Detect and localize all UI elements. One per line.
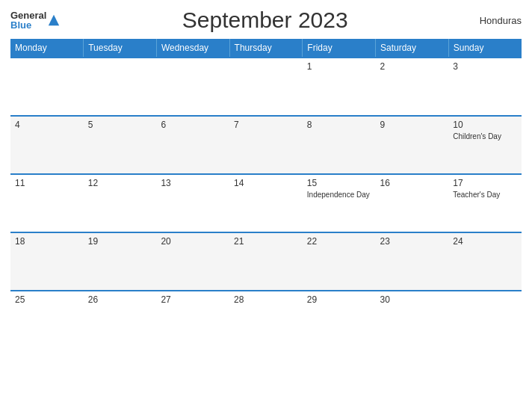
calendar-cell: 24: [448, 232, 522, 291]
calendar-cell: 3: [448, 58, 522, 116]
day-number: 14: [234, 178, 298, 188]
event-label: Independence Day: [307, 190, 371, 200]
calendar-cell: [448, 291, 522, 349]
country-label: Honduras: [469, 15, 522, 26]
calendar-row: 1112131415Independence Day1617Teacher's …: [10, 174, 522, 232]
calendar-cell: 10Children's Day: [448, 116, 522, 174]
day-number: 7: [234, 120, 298, 130]
day-number: 18: [15, 236, 79, 247]
day-number: 10: [453, 120, 517, 130]
calendar-cell: 20: [156, 232, 229, 291]
day-number: 16: [380, 178, 445, 188]
calendar-cell: 8: [303, 116, 376, 174]
calendar-row: 252627282930: [10, 291, 522, 349]
calendar-cell: 28: [229, 291, 303, 349]
day-number: 4: [15, 120, 79, 130]
calendar-cell: 7: [229, 116, 303, 174]
calendar-row: 45678910Children's Day: [10, 116, 522, 174]
header-friday: Friday: [303, 39, 376, 58]
event-label: Teacher's Day: [453, 190, 517, 200]
calendar-cell: 30: [376, 291, 449, 349]
calendar-cell: 6: [156, 116, 229, 174]
day-number: 17: [453, 178, 517, 188]
day-number: 1: [307, 61, 371, 72]
calendar-cell: 12: [84, 174, 157, 232]
calendar-cell: 11: [10, 174, 84, 232]
calendar-cell: 2: [376, 58, 449, 116]
day-number: 23: [380, 236, 445, 247]
header-wednesday: Wednesday: [156, 39, 229, 58]
header-tuesday: Tuesday: [84, 39, 157, 58]
calendar-cell: [156, 58, 229, 116]
day-number: 6: [161, 120, 225, 130]
header-saturday: Saturday: [376, 39, 449, 58]
calendar-cell: 1: [303, 58, 376, 116]
day-number: 15: [307, 178, 371, 188]
day-number: 29: [307, 294, 371, 305]
day-number: 28: [234, 294, 298, 305]
day-number: 25: [15, 294, 79, 305]
calendar-cell: 19: [84, 232, 157, 291]
calendar-cell: 26: [84, 291, 157, 349]
logo-icon: [47, 13, 61, 27]
calendar-cell: 29: [303, 291, 376, 349]
calendar-cell: [10, 58, 84, 116]
day-number: 9: [380, 120, 445, 130]
day-number: 13: [161, 178, 225, 188]
calendar-cell: 22: [303, 232, 376, 291]
day-number: 2: [380, 61, 445, 72]
day-number: 30: [380, 294, 445, 305]
calendar-cell: 5: [84, 116, 157, 174]
calendar-cell: 13: [156, 174, 229, 232]
calendar-table: Monday Tuesday Wednesday Thursday Friday…: [10, 39, 522, 349]
header-thursday: Thursday: [229, 39, 303, 58]
event-label: Children's Day: [453, 132, 517, 141]
calendar-cell: 27: [156, 291, 229, 349]
logo-blue-text: Blue: [10, 20, 46, 30]
header-sunday: Sunday: [448, 39, 522, 58]
calendar-cell: [229, 58, 303, 116]
day-number: 26: [88, 294, 152, 305]
day-number: 12: [88, 178, 152, 188]
calendar-cell: 14: [229, 174, 303, 232]
day-number: 22: [307, 236, 371, 247]
day-number: 20: [161, 236, 225, 247]
calendar-cell: 15Independence Day: [303, 174, 376, 232]
day-number: 19: [88, 236, 152, 247]
calendar-cell: 9: [376, 116, 449, 174]
calendar-row: 18192021222324: [10, 232, 522, 291]
day-number: 3: [453, 61, 517, 72]
header: General Blue September 2023 Honduras: [10, 7, 522, 33]
calendar-cell: 21: [229, 232, 303, 291]
calendar-row: 123: [10, 58, 522, 116]
month-title: September 2023: [61, 7, 469, 33]
day-number: 24: [453, 236, 517, 247]
calendar-cell: 17Teacher's Day: [448, 174, 522, 232]
calendar-cell: 23: [376, 232, 449, 291]
calendar-page: General Blue September 2023 Honduras Mon…: [0, 0, 532, 411]
svg-marker-0: [49, 15, 59, 25]
calendar-cell: 18: [10, 232, 84, 291]
day-number: 21: [234, 236, 298, 247]
calendar-cell: 25: [10, 291, 84, 349]
calendar-cell: 4: [10, 116, 84, 174]
calendar-cell: [84, 58, 157, 116]
day-number: 8: [307, 120, 371, 130]
day-number: 5: [88, 120, 152, 130]
header-monday: Monday: [10, 39, 84, 58]
calendar-cell: 16: [376, 174, 449, 232]
day-number: 11: [15, 178, 79, 188]
weekday-header-row: Monday Tuesday Wednesday Thursday Friday…: [10, 39, 522, 58]
day-number: 27: [161, 294, 225, 305]
logo: General Blue: [10, 10, 61, 30]
